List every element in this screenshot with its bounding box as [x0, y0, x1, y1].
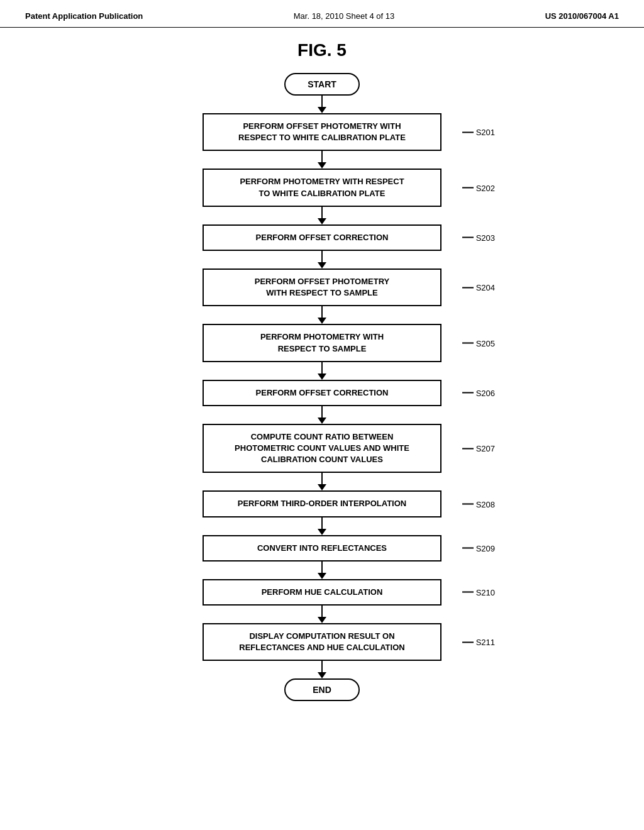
arrow-0	[318, 96, 326, 113]
label-s201: S201	[476, 128, 495, 137]
step-row-s211: DISPLAY COMPUTATION RESULT ONREFLECTANCE…	[149, 623, 495, 661]
flowchart: STARTPERFORM OFFSET PHOTOMETRY WITHRESPE…	[149, 73, 495, 701]
step-row-s208: PERFORM THIRD-ORDER INTERPOLATIONS208	[149, 490, 495, 517]
label-s208: S208	[476, 499, 495, 509]
step-row-s207: COMPUTE COUNT RATIO BETWEENPHOTOMETRIC C…	[149, 424, 495, 473]
label-s206: S206	[476, 388, 495, 397]
header-left: Patent Application Publication	[25, 11, 143, 21]
arrow-9	[318, 562, 326, 579]
arrow-11	[318, 661, 326, 678]
arrow-8	[318, 517, 326, 535]
rect-s208: PERFORM THIRD-ORDER INTERPOLATION	[203, 490, 441, 517]
step-row-end: END	[149, 678, 495, 701]
rect-s210: PERFORM HUE CALCULATION	[203, 579, 441, 606]
label-s205: S205	[476, 338, 495, 348]
label-s210: S210	[476, 587, 495, 597]
arrow-4	[318, 306, 326, 324]
header-right: US 2010/067004 A1	[545, 11, 619, 21]
rect-s204: PERFORM OFFSET PHOTOMETRYWITH RESPECT TO…	[203, 268, 441, 306]
rect-s207: COMPUTE COUNT RATIO BETWEENPHOTOMETRIC C…	[203, 424, 441, 473]
arrow-3	[318, 251, 326, 268]
page-content: FIG. 5 STARTPERFORM OFFSET PHOTOMETRY WI…	[0, 28, 644, 714]
rect-s211: DISPLAY COMPUTATION RESULT ONREFLECTANCE…	[203, 623, 441, 661]
figure-title: FIG. 5	[297, 40, 347, 60]
step-row-s203: PERFORM OFFSET CORRECTIONS203	[149, 224, 495, 251]
step-row-s202: PERFORM PHOTOMETRY WITH RESPECTTO WHITE …	[149, 169, 495, 206]
header-center: Mar. 18, 2010 Sheet 4 of 13	[294, 11, 394, 21]
arrow-10	[318, 606, 326, 623]
rect-s201: PERFORM OFFSET PHOTOMETRY WITHRESPECT TO…	[203, 113, 441, 151]
label-s211: S211	[476, 638, 495, 647]
rect-s209: CONVERT INTO REFLECTANCES	[203, 535, 441, 562]
step-row-s209: CONVERT INTO REFLECTANCESS209	[149, 535, 495, 562]
arrow-2	[318, 207, 326, 224]
label-s202: S202	[476, 183, 495, 192]
step-row-s210: PERFORM HUE CALCULATIONS210	[149, 579, 495, 606]
step-row-s206: PERFORM OFFSET CORRECTIONS206	[149, 380, 495, 406]
rect-s203: PERFORM OFFSET CORRECTION	[203, 224, 441, 251]
step-row-s205: PERFORM PHOTOMETRY WITHRESPECT TO SAMPLE…	[149, 324, 495, 362]
label-s207: S207	[476, 444, 495, 453]
rect-s206: PERFORM OFFSET CORRECTION	[203, 380, 441, 406]
arrow-6	[318, 406, 326, 424]
arrow-1	[318, 151, 326, 169]
oval-start: START	[284, 73, 360, 96]
oval-end: END	[284, 678, 360, 701]
rect-s205: PERFORM PHOTOMETRY WITHRESPECT TO SAMPLE	[203, 324, 441, 362]
label-s203: S203	[476, 233, 495, 242]
step-row-s201: PERFORM OFFSET PHOTOMETRY WITHRESPECT TO…	[149, 113, 495, 151]
page-header: Patent Application Publication Mar. 18, …	[0, 0, 644, 28]
label-s209: S209	[476, 543, 495, 553]
arrow-5	[318, 362, 326, 380]
label-s204: S204	[476, 283, 495, 292]
arrow-7	[318, 473, 326, 490]
step-row-start: START	[149, 73, 495, 96]
step-row-s204: PERFORM OFFSET PHOTOMETRYWITH RESPECT TO…	[149, 268, 495, 306]
rect-s202: PERFORM PHOTOMETRY WITH RESPECTTO WHITE …	[203, 169, 441, 206]
